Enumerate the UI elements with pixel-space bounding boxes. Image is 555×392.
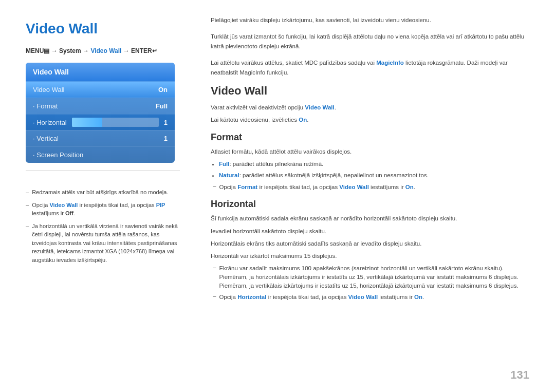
horiz-dash-note-1: – Ekrānu var sadalīt maksimums 100 apakš… bbox=[213, 264, 529, 291]
section-heading-format: Format bbox=[211, 132, 529, 143]
horiz-text-1: Šī funkcija automātiski sadala ekrānu sa… bbox=[211, 214, 529, 223]
bullet-natural: Natural: parādiet attēlus sākotnējā izšķ… bbox=[219, 171, 529, 180]
row-label-screen-position: · Screen Position bbox=[33, 151, 83, 159]
right-panel: Pielāgojiet vairāku displeju izkārtojumu… bbox=[195, 0, 555, 392]
menu-icon: MENU bbox=[26, 47, 44, 54]
format-text-1: Atlasiet formātu, kādā attēlot attēlu va… bbox=[211, 147, 529, 156]
row-value-vertical: 1 bbox=[164, 135, 168, 142]
section-heading-horizontal: Horizontal bbox=[211, 199, 529, 210]
widget-row-vertical[interactable]: · Vertical 1 bbox=[26, 130, 175, 146]
horizontal-bar bbox=[72, 118, 159, 127]
widget-row-screen-position[interactable]: · Screen Position bbox=[26, 146, 175, 163]
vw-text-1: Varat aktivizēt vai deaktivizēt opciju V… bbox=[211, 103, 529, 112]
notes-section: – Redzamais attēls var būt atšķirīgs atk… bbox=[26, 188, 180, 268]
horiz-text-2: Ievadiet horizontāli sakārtoto displeju … bbox=[211, 227, 529, 236]
bullet-full: Full: parādiet attēlus pilnekrāna režīmā… bbox=[219, 159, 529, 169]
menu-icon-symbol: ▤ bbox=[44, 47, 49, 54]
horiz-dash-note-2: – Opcija Horizontal ir iespējota tikai t… bbox=[213, 293, 529, 302]
widget-row-horizontal[interactable]: · Horizontal 1 bbox=[26, 114, 175, 130]
row-value-format: Full bbox=[156, 102, 168, 110]
left-panel: Video Wall MENU▤ → System → Video Wall →… bbox=[0, 0, 195, 392]
format-bullets: Full: parādiet attēlus pilnekrāna režīmā… bbox=[219, 159, 529, 180]
row-value-videowall: On bbox=[158, 86, 168, 94]
note-1: – Redzamais attēls var būt atšķirīgs atk… bbox=[26, 188, 180, 197]
page-title: Video Wall bbox=[26, 21, 180, 37]
menu-path: MENU▤ → System → Video Wall → ENTER↵ bbox=[26, 47, 180, 54]
widget-row-videowall[interactable]: Video Wall On bbox=[26, 81, 175, 98]
vw-text-2: Lai kārtotu videosienu, izvēlieties On. bbox=[211, 115, 529, 124]
section-heading-videowall: Video Wall bbox=[211, 84, 529, 98]
horiz-text-3: Horizontālais ekrāns tiks automātiski sa… bbox=[211, 239, 529, 248]
row-label-format: · Format bbox=[33, 102, 58, 110]
row-label-horizontal: · Horizontal bbox=[33, 119, 67, 126]
menu-highlight: Video Wall bbox=[90, 47, 121, 54]
row-label-videowall: Video Wall bbox=[33, 86, 64, 94]
horiz-text-4: Horizontāli var izkārtot maksimums 15 di… bbox=[211, 251, 529, 260]
widget-row-format[interactable]: · Format Full bbox=[26, 98, 175, 114]
intro-text-2: Turklāt jūs varat izmantot šo funkciju, … bbox=[211, 32, 529, 51]
intro-text-3: Lai attēlotu vairākus attēlus, skatiet M… bbox=[211, 58, 529, 77]
format-dash-note: – Opcija Format ir iespējota tikai tad, … bbox=[213, 183, 529, 192]
row-value-horizontal: 1 bbox=[164, 119, 168, 126]
row-label-vertical: · Vertical bbox=[33, 135, 59, 142]
page-number: 131 bbox=[510, 368, 529, 382]
horizontal-bar-fill bbox=[72, 118, 102, 127]
intro-text-1: Pielāgojiet vairāku displeju izkārtojumu… bbox=[211, 15, 529, 25]
ui-widget: Video Wall Video Wall On · Format Full ·… bbox=[26, 63, 175, 163]
divider bbox=[26, 170, 180, 171]
note-3: – Ja horizontālā un vertikālā virzienā i… bbox=[26, 222, 180, 265]
widget-title: Video Wall bbox=[26, 63, 175, 81]
note-2: – Opcija Video Wall ir iespējota tikai t… bbox=[26, 201, 180, 218]
